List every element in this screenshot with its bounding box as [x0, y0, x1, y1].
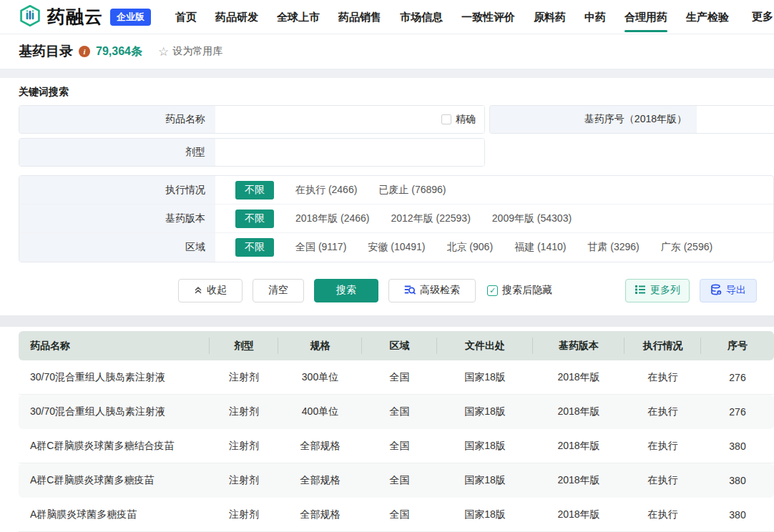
nav-item-4[interactable]: 药品销售	[338, 0, 381, 34]
table-cell: A群脑膜炎球菌多糖疫苗	[19, 498, 210, 532]
column-header: 剂型	[210, 331, 278, 360]
table-cell: 全国	[362, 429, 437, 463]
filter-option[interactable]: 2009年版 (54303)	[492, 212, 572, 225]
dosage-label: 剂型	[19, 139, 215, 166]
collapse-button[interactable]: 收起	[178, 279, 243, 302]
filter-label: 基药版本	[19, 205, 215, 232]
logo-icon	[19, 4, 41, 30]
advanced-search-icon	[404, 284, 416, 297]
table-row[interactable]: A群脑膜炎球菌多糖疫苗注射剂全部规格全国国家18版2018年版在执行380	[19, 498, 774, 532]
table-cell: 在执行	[624, 395, 701, 429]
section-divider	[0, 315, 774, 327]
filter-all-chip[interactable]: 不限	[235, 210, 274, 228]
nav-item-1[interactable]: 首页	[175, 0, 197, 34]
filter-options: 不限在执行 (2466)已废止 (76896)	[215, 176, 446, 204]
table-cell: 在执行	[624, 498, 701, 532]
nav-item-9[interactable]: 合理用药	[624, 0, 667, 34]
table-cell: 全部规格	[278, 429, 362, 463]
dosage-input[interactable]	[215, 139, 484, 166]
filter-option[interactable]: 已废止 (76896)	[378, 184, 446, 197]
filter-row-3: 区域不限全国 (9117)安徽 (10491)北京 (906)福建 (1410)…	[19, 233, 773, 262]
export-button[interactable]: 导出	[700, 279, 757, 302]
search-label: 搜索	[336, 284, 356, 297]
nav-item-3[interactable]: 全球上市	[277, 0, 320, 34]
set-favorite-label: 设为常用库	[172, 45, 222, 58]
filter-row-1: 执行情况不限在执行 (2466)已废止 (76896)	[19, 176, 773, 205]
action-bar: 收起 清空 搜索 高级检索 ✓ 搜索后隐藏	[19, 278, 774, 302]
table-cell: 注射剂	[210, 498, 278, 532]
hide-after-search-box: ✓	[487, 285, 498, 296]
nav-item-2[interactable]: 药品研发	[215, 0, 258, 34]
set-favorite-button[interactable]: ☆ 设为常用库	[158, 45, 222, 58]
hide-after-search-checkbox[interactable]: ✓ 搜索后隐藏	[487, 284, 552, 297]
nav-item-10[interactable]: 生产检验	[686, 0, 729, 34]
filter-all-chip[interactable]: 不限	[235, 181, 274, 200]
page-header: 基药目录 i 79,364条 ☆ 设为常用库	[0, 34, 774, 69]
record-count: 79,364条	[96, 44, 142, 59]
nav-item-7[interactable]: 原料药	[534, 0, 566, 34]
table-cell: 全部规格	[278, 498, 362, 532]
filter-option[interactable]: 广东 (2596)	[661, 241, 712, 254]
filter-panel: 执行情况不限在执行 (2466)已废止 (76896)基药版本不限2018年版 …	[19, 175, 774, 262]
filter-option[interactable]: 2012年版 (22593)	[391, 212, 471, 225]
table-cell: A群C群脑膜炎球菌多糖结合疫苗	[19, 429, 210, 463]
nav-item-8[interactable]: 中药	[584, 0, 606, 34]
chevron-up-double-icon	[194, 285, 202, 296]
info-icon[interactable]: i	[79, 46, 90, 57]
table-cell: 276	[701, 395, 774, 429]
table-cell: 注射剂	[210, 360, 278, 395]
filter-option[interactable]: 全国 (9117)	[295, 241, 346, 254]
filter-option[interactable]: 安徽 (10491)	[368, 241, 425, 254]
base-no-label: 基药序号（2018年版）	[490, 106, 697, 133]
filter-option[interactable]: 2018年版 (2466)	[295, 212, 370, 225]
nav-item-6[interactable]: 一致性评价	[461, 0, 515, 34]
more-columns-button[interactable]: 更多列	[625, 279, 690, 302]
table-cell: 国家18版	[437, 498, 533, 532]
table-cell: 注射剂	[210, 429, 278, 463]
table-cell: 2018年版	[533, 395, 624, 429]
nav-item-5[interactable]: 市场信息	[400, 0, 443, 34]
filter-option[interactable]: 福建 (1410)	[514, 241, 566, 254]
filter-option[interactable]: 在执行 (2466)	[295, 184, 357, 197]
base-no-input[interactable]	[697, 106, 774, 133]
nav-more[interactable]: 更多	[748, 10, 773, 24]
filter-option[interactable]: 北京 (906)	[446, 241, 493, 254]
list-icon	[635, 284, 646, 297]
exact-checkbox[interactable]: 精确	[441, 113, 476, 126]
table-cell: 2018年版	[533, 498, 624, 532]
column-header: 文件出处	[437, 331, 533, 360]
table-cell: 400单位	[278, 395, 362, 429]
table-cell: 国家18版	[437, 395, 533, 429]
base-no-field-group: 基药序号（2018年版）	[489, 105, 774, 134]
filter-option[interactable]: 甘肃 (3296)	[587, 241, 639, 254]
more-columns-label: 更多列	[650, 284, 680, 297]
column-header: 序号	[701, 331, 774, 360]
table-cell: 国家18版	[437, 429, 533, 463]
brand[interactable]: 药融云 企业版	[19, 4, 151, 30]
table-cell: 380	[701, 498, 774, 532]
advanced-search-button[interactable]: 高级检索	[388, 279, 476, 302]
table-cell: 2018年版	[533, 463, 624, 498]
table-row[interactable]: 30/70混合重组人胰岛素注射液注射剂300单位全国国家18版2018年版在执行…	[19, 360, 774, 395]
clear-button[interactable]: 清空	[253, 279, 304, 302]
column-header: 规格	[278, 331, 362, 360]
results-table: 药品名称剂型规格区域文件出处基药版本执行情况序号 30/70混合重组人胰岛素注射…	[19, 331, 774, 532]
table-cell: A群C群脑膜炎球菌多糖疫苗	[19, 463, 210, 498]
filter-label: 执行情况	[19, 176, 215, 204]
search-button[interactable]: 搜索	[314, 279, 378, 302]
nav-menu: 首页药品研发全球上市药品销售市场信息一致性评价原料药中药合理用药生产检验	[175, 0, 729, 34]
column-header: 药品名称	[19, 331, 210, 360]
collapse-label: 收起	[207, 284, 227, 297]
table-cell: 全国	[362, 498, 437, 532]
table-cell: 2018年版	[533, 360, 624, 395]
drug-name-label: 药品名称	[19, 106, 215, 133]
drug-name-input[interactable]	[215, 106, 441, 133]
filter-all-chip[interactable]: 不限	[235, 238, 274, 257]
table-row[interactable]: 30/70混合重组人胰岛素注射液注射剂400单位全国国家18版2018年版在执行…	[19, 395, 774, 429]
table-cell: 在执行	[624, 429, 701, 463]
table-row[interactable]: A群C群脑膜炎球菌多糖疫苗注射剂全部规格全国国家18版2018年版在执行380	[19, 463, 774, 498]
table-cell: 380	[701, 463, 774, 498]
table-cell: 380	[701, 429, 774, 463]
header-divider	[0, 69, 774, 78]
table-row[interactable]: A群C群脑膜炎球菌多糖结合疫苗注射剂全部规格全国国家18版2018年版在执行38…	[19, 429, 774, 463]
